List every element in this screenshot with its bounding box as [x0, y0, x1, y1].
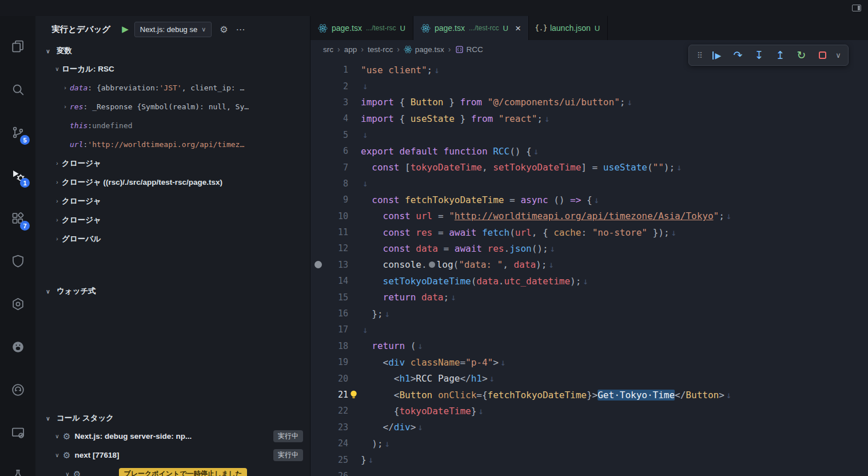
breadcrumb-item[interactable]: RCC	[455, 45, 483, 54]
activity-beaker-icon[interactable]	[4, 461, 31, 476]
line-number[interactable]: 20	[325, 374, 348, 384]
call-stack-section-header[interactable]: ∨ コール スタック	[35, 410, 310, 427]
line-number[interactable]: 8	[325, 178, 348, 189]
line-number[interactable]: 12	[325, 243, 348, 253]
line-number[interactable]: 26	[325, 471, 348, 476]
editor-tab[interactable]: page.tsx.../test-rscU	[310, 16, 413, 40]
scope-row[interactable]: ∨ローカル: RSC	[35, 60, 310, 78]
breakpoint-gutter[interactable]	[310, 261, 325, 268]
code-text[interactable]: console.log("data: ", data);↓	[361, 259, 554, 270]
variable-row[interactable]: url: 'http://worldtimeapi.org/api/timez…	[35, 135, 310, 154]
line-number[interactable]: 21	[325, 390, 348, 400]
code-text[interactable]: <div className="p-4">↓	[361, 357, 506, 368]
code-text[interactable]: const res = await fetch(url, { cache: "n…	[361, 227, 676, 238]
activity-explorer-icon[interactable]	[4, 32, 31, 61]
line-number[interactable]: 1	[325, 65, 348, 75]
line-number[interactable]: 3	[325, 97, 348, 108]
debug-config-dropdown[interactable]: Next.js: debug se ∨	[134, 22, 212, 37]
debug-step-into-icon[interactable]: ↧	[748, 46, 770, 64]
start-debugging-button[interactable]: ▶	[122, 24, 129, 34]
code-text[interactable]: return data;↓	[361, 292, 456, 303]
line-number[interactable]: 23	[325, 422, 348, 433]
code-text[interactable]: import { Button } from "@/components/ui/…	[361, 97, 632, 108]
activity-extensions-icon[interactable]: 7	[4, 204, 31, 232]
more-actions-icon[interactable]: ⋯	[236, 24, 245, 35]
call-stack-session[interactable]: ∨⚙next [77618]実行中	[35, 446, 310, 465]
activity-copilot-icon[interactable]	[4, 375, 31, 404]
line-number[interactable]: 24	[325, 438, 348, 449]
line-number[interactable]: 6	[325, 146, 348, 156]
code-text[interactable]: const url = "http://worldtimeapi.org/api…	[361, 211, 731, 221]
scope-group-row[interactable]: ›グローバル	[35, 229, 310, 248]
code-text[interactable]: );↓	[361, 438, 390, 449]
code-text[interactable]: }↓	[361, 454, 373, 465]
scope-group-row[interactable]: ›クロージャ	[35, 192, 310, 211]
line-number[interactable]: 14	[325, 276, 348, 286]
variable-row[interactable]: ›res: _Response {Symbol(realm): null, Sy…	[35, 97, 310, 116]
activity-remote-window-icon[interactable]	[4, 418, 31, 447]
code-text[interactable]: const fetchTokyoDateTime = async () => {…	[361, 195, 599, 205]
gear-icon[interactable]: ⚙	[220, 24, 228, 35]
line-number[interactable]: 18	[325, 341, 348, 351]
variables-section-header[interactable]: ∨ 変数	[35, 42, 310, 60]
call-stack-session[interactable]: ∨⚙Next.js: debug server-side: np...実行中	[35, 427, 310, 446]
debug-step-out-icon[interactable]: ↥	[770, 46, 791, 64]
activity-github-icon[interactable]	[4, 332, 31, 361]
activity-source-control-icon[interactable]: 5	[4, 118, 31, 146]
editor-tab[interactable]: page.tsx.../test-rccU×	[413, 16, 529, 40]
activity-hexagon-tool-icon[interactable]	[4, 289, 31, 318]
line-number[interactable]: 4	[325, 113, 348, 124]
debug-stop-icon[interactable]	[812, 46, 833, 64]
activity-search-icon[interactable]	[4, 75, 31, 104]
scope-group-row[interactable]: ›クロージャ	[35, 211, 310, 229]
line-number[interactable]: 16	[325, 308, 348, 319]
debug-step-over-icon[interactable]: ↷	[727, 46, 748, 64]
code-text[interactable]: {tokyoDateTime}↓	[361, 406, 484, 416]
code-text[interactable]: import { useState } from "react";↓	[361, 113, 550, 124]
debug-restart-icon[interactable]: ↻	[791, 46, 812, 64]
line-number[interactable]: 10	[325, 211, 348, 221]
debug-continue-icon[interactable]: ▶	[706, 46, 727, 64]
line-number[interactable]: 15	[325, 292, 348, 303]
debug-grip-icon[interactable]: ⠿	[694, 46, 706, 64]
variable-row[interactable]: this: undefined	[35, 116, 310, 135]
breadcrumb-item[interactable]: page.tsx	[404, 45, 444, 54]
code-text[interactable]: };↓	[361, 308, 390, 319]
code-text[interactable]: ↓	[361, 178, 368, 189]
code-text[interactable]: return (↓	[361, 340, 423, 351]
line-number[interactable]: 9	[325, 195, 348, 205]
watch-section-header[interactable]: ∨ ウォッチ式	[35, 283, 310, 300]
scope-group-row[interactable]: ›クロージャ	[35, 154, 310, 173]
breadcrumb-item[interactable]: app	[344, 45, 357, 54]
scope-group-row[interactable]: ›クロージャ ((rsc)/./src/app/test-rsc/page.ts…	[35, 173, 310, 192]
line-number[interactable]: 25	[325, 455, 348, 465]
line-number[interactable]: 22	[325, 406, 348, 416]
breadcrumb-item[interactable]: test-rcc	[368, 45, 393, 54]
code-text[interactable]: const [tokyoDateTime, setTokyoDateTime] …	[361, 162, 682, 173]
activity-run-and-debug-icon[interactable]: 1	[4, 161, 31, 189]
code-text[interactable]: const data = await res.json();↓	[361, 243, 555, 254]
line-number[interactable]: 19	[325, 357, 348, 367]
code-text[interactable]: ↓	[361, 324, 368, 335]
code-text[interactable]: <h1>RCC Page</h1>↓	[361, 373, 495, 384]
line-number[interactable]: 11	[325, 227, 348, 237]
debug-chevron-down-icon[interactable]: ∨	[833, 46, 843, 64]
code-text[interactable]: ↓	[361, 129, 368, 140]
variable-row[interactable]: ›data: {abbreviation: 'JST', client_ip: …	[35, 78, 310, 97]
editor-tab[interactable]: {.}launch.jsonU	[529, 16, 608, 40]
layout-toggle-icon[interactable]	[852, 5, 861, 11]
close-icon[interactable]: ×	[515, 23, 521, 33]
code-text[interactable]: setTokyoDateTime(data.utc_datetime);↓	[361, 276, 588, 287]
line-number[interactable]: 5	[325, 130, 348, 140]
line-number[interactable]: 2	[325, 81, 348, 92]
code-text[interactable]: "use client";↓	[361, 65, 440, 76]
line-number[interactable]: 7	[325, 162, 348, 173]
code-text[interactable]: ↓	[361, 81, 368, 92]
activity-shield-icon[interactable]	[4, 247, 31, 275]
lightbulb-icon[interactable]	[348, 387, 361, 403]
line-number[interactable]: 13	[325, 260, 348, 270]
code-text[interactable]: </div>↓	[361, 422, 423, 433]
breadcrumb-item[interactable]: src	[323, 45, 333, 54]
line-number[interactable]: 17	[325, 324, 348, 335]
code-text[interactable]: <Button onClick={fetchTokyoDateTime}>Get…	[361, 390, 731, 400]
